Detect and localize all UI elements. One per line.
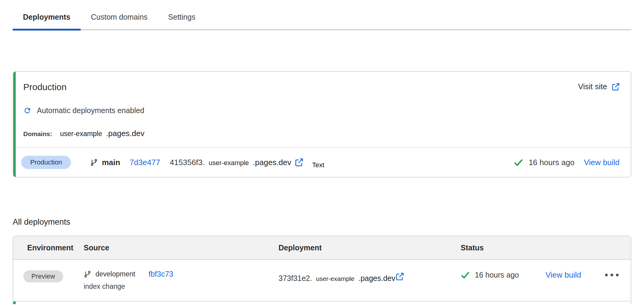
deployment-suffix: .pages.dev [253,158,291,167]
deployment-suffix: .pages.dev [358,274,395,283]
refresh-icon [23,106,31,115]
branch-name: main [102,158,120,167]
git-branch-icon [90,158,98,166]
commit-link[interactable]: 7d3e477 [130,158,160,167]
deployment-status: 16 hours ago View build [514,158,620,167]
production-accent-bar [13,301,16,304]
deployment-time: 16 hours ago [529,158,575,167]
deployment-url-link[interactable]: 415356f3. user-example .pages.dev [170,158,304,167]
view-build-link[interactable]: View build [584,158,620,167]
ellipsis-menu-icon[interactable] [605,274,619,276]
commit-message: index change [84,282,279,291]
deployment-id: 415356f3. [170,158,205,167]
domain-name: user-example [60,130,102,138]
tab-deployments[interactable]: Deployments [13,9,81,31]
deployments-table: Environment Source Deployment Status Pre… [13,236,631,304]
table-header-row: Environment Source Deployment Status [13,236,631,260]
tab-settings[interactable]: Settings [158,9,206,31]
visit-site-link[interactable]: Visit site [578,82,620,91]
visit-site-label: Visit site [578,82,607,91]
check-icon [514,158,523,167]
production-card-title: Production [23,82,66,92]
column-header-environment: Environment [23,243,84,252]
domain-suffix: .pages.dev [106,129,144,138]
view-build-link[interactable]: View build [546,270,581,280]
external-link-icon [611,83,620,91]
domains-label: Domains: [23,130,52,138]
annotation-text: Text [312,161,324,169]
check-icon [461,271,470,280]
git-branch-icon [84,270,91,278]
production-accent-bar [13,72,16,177]
auto-deployments-text: Automatic deployments enabled [37,106,144,115]
external-link-icon [395,272,404,281]
production-card: Production Visit site Automatic [13,71,631,177]
commit-link[interactable]: fbf3c73 [149,270,173,278]
environment-badge: Preview [23,270,63,282]
deployment-domain: user-example [316,275,354,282]
tab-custom-domains[interactable]: Custom domains [81,9,158,31]
branch-name: development [95,270,135,278]
external-link-icon [295,158,304,167]
tab-bar: Deployments Custom domains Settings [13,0,631,30]
production-deployment-row: Production main 7d3e477 415356f3. user-e… [13,147,631,177]
deployment-url-link[interactable]: 373f31e2. user-example .pages.dev [279,270,461,283]
environment-badge: Production [21,156,71,169]
column-header-status: Status [461,243,631,252]
next-row-partial [13,301,631,304]
table-row: Preview development fbf3c73 index chang [13,260,631,301]
all-deployments-title: All deployments [13,217,631,227]
column-header-deployment: Deployment [279,243,461,252]
deployment-id: 373f31e2. [279,274,312,283]
deployments-page: Deployments Custom domains Settings Prod… [0,0,644,306]
deployment-domain: user-example [209,159,249,167]
column-header-source: Source [84,243,279,252]
deployment-time: 16 hours ago [475,271,519,279]
